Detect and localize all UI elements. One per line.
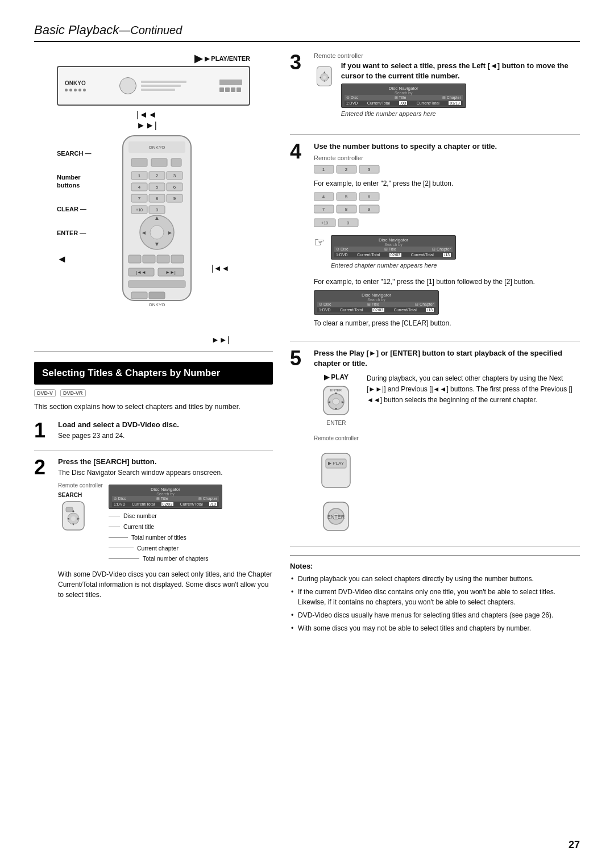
svg-text:6: 6 [368,194,371,199]
svg-rect-43 [131,292,147,299]
search-label-remote: SEARCH — [57,150,102,157]
svg-text:4: 4 [322,194,325,199]
left-arrow-label: ◄ [57,253,102,265]
skip-back-icon: |◄◄ [136,109,157,120]
svg-rect-44 [149,292,165,299]
num-buttons-row4: +10 0 [314,218,365,228]
svg-rect-91 [322,453,350,487]
remote-controller-label: Remote controller [58,482,103,489]
svg-point-29 [150,226,164,239]
right-column: 3 Remote controller ▲ ▼ ◄ ► [290,52,580,636]
step-5-body: During playback, you can select other ch… [367,373,580,406]
step-4-number: 4 [290,141,306,162]
remote-skip-back: |◄◄ [211,264,229,273]
number-buttons-label2: buttons [57,182,102,189]
step-3-screen-note: Entered title number appears here [341,110,580,117]
svg-text:7: 7 [138,196,141,201]
step-3-title: If you want to select a title, press the… [341,61,580,81]
step-5-content: Press the Play [►] or [ENTER] button to … [314,348,580,533]
brand-label: ONKYO [65,80,86,86]
page-header: Basic Playback—Continued [34,23,580,42]
remote-icon-step2: ▲ ▼ ◄ ► [58,500,89,532]
svg-text:►►|: ►►| [165,270,176,275]
svg-text:ONKYO: ONKYO [149,302,165,307]
svg-text:0: 0 [347,220,350,226]
number-buttons-label: Number [57,174,102,181]
svg-text:▼: ▼ [323,80,325,82]
svg-text:8: 8 [156,196,159,201]
step-4-title: Use the number buttons to specify a chap… [314,141,580,152]
nav-screen-title: Disc Navigator [112,487,219,492]
dvd-badges: DVD-V DVD-VR [34,389,273,397]
step-4-screen-note1: Entered chapter number appears here [331,262,456,269]
svg-text:▲: ▲ [154,215,160,221]
svg-text:+10: +10 [321,221,328,225]
callout-current-chapter: Current chapter [137,544,179,553]
notes-section: Notes: During playback you can select ch… [290,556,580,633]
svg-text:2: 2 [345,167,348,172]
svg-text:▼: ▼ [72,523,75,526]
disc-value: 1:DVD [114,502,126,506]
step-1-body: See pages 23 and 24. [58,431,273,441]
chapter-value: Current/Total [180,502,203,506]
step-5-title: Press the Play [►] or [ENTER] button to … [314,348,580,369]
step-5: 5 Press the Play [►] or [ENTER] button t… [290,348,580,533]
num-buttons-row1: 1 2 3 [314,165,388,175]
svg-rect-35 [143,255,155,263]
svg-text:▲: ▲ [72,509,75,512]
svg-point-85 [333,398,339,405]
svg-rect-42 [128,281,185,287]
disc-tray [119,77,136,94]
svg-text:◄: ◄ [327,400,331,404]
step-4-body3: To clear a number, press the [CLEAR] but… [314,318,580,328]
svg-text:5: 5 [345,194,348,199]
step-4-remote-label: Remote controller [314,155,580,161]
page-number: 27 [569,839,580,851]
callout-disc-number: Disc number [123,511,157,521]
svg-text:9: 9 [368,207,371,212]
svg-text:|◄◄: |◄◄ [136,270,146,275]
svg-text:ENTER: ENTER [327,514,345,520]
num-buttons-row2: 4 5 6 [314,192,388,202]
chapter-col-header: ⊟ Chapter [198,496,217,501]
svg-text:7: 7 [322,207,325,212]
remote-body: ONKYO 1 2 3 [111,133,202,316]
remote-skip-fwd: ►►| [211,335,229,344]
note-4: With some discs you may not be able to s… [290,623,580,633]
svg-rect-3 [131,158,147,166]
remote-bottom-step5: ▶ PLAY [319,450,353,490]
remote-label-step5: Remote controller [314,435,359,441]
nav-screen-step2: Disc Navigator Search by ⊙ Disc ⊞ Title … [109,485,222,509]
step-4-content: Use the number buttons to specify a chap… [314,141,580,328]
section-heading: Selecting Titles & Chapters by Number [34,362,273,385]
step-1-number: 1 [34,420,50,441]
svg-text:9: 9 [173,196,176,201]
svg-rect-34 [128,255,141,263]
svg-text:►: ► [341,400,345,404]
svg-text:1: 1 [138,173,141,178]
svg-text:▶ PLAY: ▶ PLAY [328,461,345,466]
step-2: 2 Press the [SEARCH] button. The Disc Na… [34,457,273,600]
notes-title: Notes: [290,562,580,570]
callout-total-titles: Total number of titles [131,533,186,542]
svg-text:6: 6 [173,185,176,190]
svg-text:4: 4 [138,185,141,190]
nav-screen-step4b: Disc Navigator Search by ⊙ Disc ⊞ Title … [314,290,439,315]
step-4-body2: For example, to enter "12," press the [1… [314,277,580,287]
callout-current-title: Current title [123,522,154,532]
num-buttons-row3: 7 8 9 [314,205,388,215]
note-1: During playback you can select chapters … [290,574,580,584]
play-enter-label: ▶ PLAY/ENTER [205,55,250,62]
nav-screen-step4a: Disc Navigator Search by ⊙ Disc ⊞ Title … [331,235,456,260]
title-col-header: ⊞ Title [156,496,168,501]
player-device: ONKYO [57,66,250,106]
step-1-content: Load and select a DVD-Video disc. See pa… [58,420,273,441]
step-5-number: 5 [290,348,306,369]
step-3-number: 3 [290,52,306,73]
left-column: ▶ ▶ PLAY/ENTER ONKYO [34,52,273,636]
svg-text:►: ► [77,517,80,520]
enter-icon-step5: ENTER [319,499,353,533]
svg-text:◄: ◄ [319,76,321,79]
page: Basic Playback—Continued ▶ ▶ PLAY/ENTER … [0,0,614,868]
title-value: Current/Total [132,502,155,506]
